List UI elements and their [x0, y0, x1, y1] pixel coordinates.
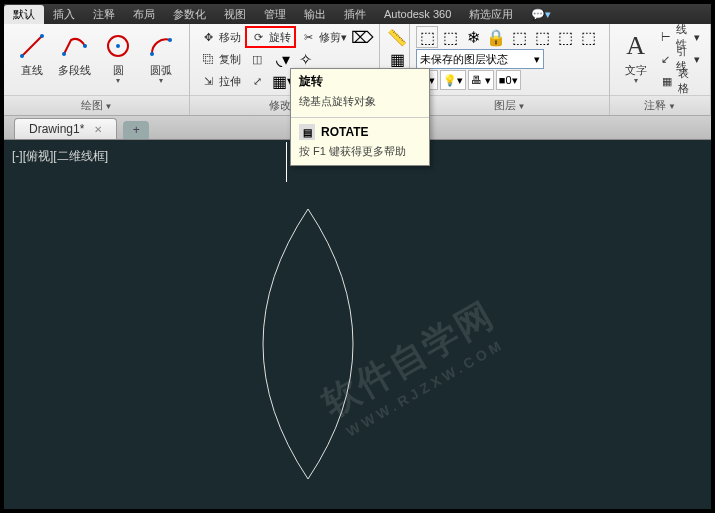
- tooltip-command: ▤ ROTATE: [291, 120, 429, 144]
- menu-tab-a360[interactable]: Autodesk 360: [375, 6, 460, 22]
- menu-tab-featured[interactable]: 精选应用: [460, 5, 522, 24]
- stretch-icon: ⇲: [200, 73, 216, 89]
- layer-freeze-button[interactable]: ❄: [462, 26, 484, 48]
- command-icon: ▤: [299, 124, 315, 140]
- copy-button[interactable]: ⿻复制: [196, 48, 245, 70]
- circle-icon: [102, 30, 134, 62]
- move-icon: ✥: [200, 29, 216, 45]
- layer-lock-button[interactable]: 🔒: [485, 26, 507, 48]
- rotate-icon: ⟳: [250, 29, 266, 45]
- layer-prev-button[interactable]: ⬚: [577, 26, 599, 48]
- layer-match-button[interactable]: ⬚: [554, 26, 576, 48]
- layer-off-button[interactable]: ⬚: [508, 26, 530, 48]
- arc-button[interactable]: 圆弧▾: [140, 26, 183, 92]
- arc-icon: [145, 30, 177, 62]
- svg-point-7: [150, 52, 154, 56]
- linear-icon: ⊢: [659, 29, 672, 45]
- layer-state-combo[interactable]: 未保存的图层状态▾: [416, 49, 544, 69]
- cursor-crosshair: [286, 142, 287, 182]
- drawing-content: [8, 144, 707, 505]
- circle-button[interactable]: 圆▾: [97, 26, 140, 92]
- fillet-icon: ◟: [276, 50, 282, 69]
- layer-iso-button[interactable]: ⬚: [439, 26, 461, 48]
- explode-icon: ✧: [299, 50, 312, 69]
- menu-tab-manage[interactable]: 管理: [255, 5, 295, 24]
- svg-line-0: [22, 36, 42, 56]
- panel-annotate-title[interactable]: 注释▼: [610, 95, 710, 115]
- menu-tab-layout[interactable]: 布局: [124, 5, 164, 24]
- svg-point-4: [83, 44, 87, 48]
- layer-plot-combo[interactable]: 🖶 ▾: [468, 70, 494, 90]
- menu-tab-plugins[interactable]: 插件: [335, 5, 375, 24]
- move-button[interactable]: ✥移动: [196, 26, 245, 48]
- group-button[interactable]: ▦: [386, 48, 408, 70]
- menu-tab-insert[interactable]: 插入: [44, 5, 84, 24]
- trim-icon: ✂: [300, 29, 316, 45]
- explode-button[interactable]: ✧: [294, 48, 316, 70]
- layer-light-combo[interactable]: 💡▾: [440, 70, 466, 90]
- text-icon: A: [620, 30, 652, 62]
- drawing-canvas[interactable]: [-][俯视][二维线框] 软件自学网 WWW.RJZXW.COM: [8, 144, 707, 505]
- text-button[interactable]: A 文字▾: [616, 26, 655, 92]
- svg-point-1: [20, 54, 24, 58]
- new-document-tab[interactable]: +: [123, 121, 149, 139]
- chevron-down-icon: ▾: [534, 53, 540, 66]
- tooltip-title: 旋转: [291, 69, 429, 94]
- document-tab[interactable]: Drawing1*✕: [14, 118, 117, 139]
- tooltip-help: 按 F1 键获得更多帮助: [291, 144, 429, 165]
- measure-button[interactable]: 📏: [386, 26, 408, 48]
- scale-icon: ⤢: [249, 73, 265, 89]
- scale-button[interactable]: ⤢: [245, 70, 272, 92]
- array-icon: ▦: [272, 72, 287, 91]
- erase-icon: ⌦: [351, 28, 374, 47]
- fillet-button[interactable]: ◟▾: [272, 48, 294, 70]
- panel-layers: ⬚ ⬚ ❄ 🔒 ⬚ ⬚ ⬚ ⬚ 未保存的图层状态▾ ● ▾ 💡▾ 🖶 ▾ ■ 0…: [410, 24, 610, 115]
- panel-layers-title[interactable]: 图层▼: [410, 95, 609, 115]
- rotate-tooltip: 旋转 绕基点旋转对象 ▤ ROTATE 按 F1 键获得更多帮助: [290, 68, 430, 166]
- mirror-button[interactable]: ◫: [245, 48, 272, 70]
- polyline-button[interactable]: 多段线: [53, 26, 96, 92]
- menu-tab-parametric[interactable]: 参数化: [164, 5, 215, 24]
- menu-tab-default[interactable]: 默认: [4, 5, 44, 24]
- table-button[interactable]: ▦表格: [655, 70, 704, 92]
- panel-annotate: A 文字▾ ⊢线性 ▾ ↙引线 ▾ ▦表格 注释▼: [610, 24, 711, 115]
- leader-icon: ↙: [659, 51, 672, 67]
- layer-name-combo[interactable]: ■ 0 ▾: [496, 70, 521, 90]
- line-button[interactable]: 直线: [10, 26, 53, 92]
- copy-icon: ⿻: [200, 51, 216, 67]
- menu-tab-output[interactable]: 输出: [295, 5, 335, 24]
- viewport-label[interactable]: [-][俯视][二维线框]: [12, 148, 108, 165]
- rotate-button[interactable]: ⟳旋转: [245, 26, 296, 48]
- stretch-button[interactable]: ⇲拉伸: [196, 70, 245, 92]
- svg-point-8: [168, 38, 172, 42]
- polyline-icon: [59, 30, 91, 62]
- layer-prop-button[interactable]: ⬚: [416, 26, 438, 48]
- mirror-icon: ◫: [249, 51, 265, 67]
- menu-tab-expand[interactable]: 💬▾: [522, 6, 560, 23]
- svg-point-3: [62, 52, 66, 56]
- tooltip-description: 绕基点旋转对象: [291, 94, 429, 115]
- svg-point-2: [40, 34, 44, 38]
- menu-tab-view[interactable]: 视图: [215, 5, 255, 24]
- erase-button[interactable]: ⌦: [351, 26, 373, 48]
- panel-draw-title[interactable]: 绘图▼: [4, 95, 189, 115]
- table-icon: ▦: [659, 73, 675, 89]
- trim-button[interactable]: ✂修剪 ▾: [296, 26, 351, 48]
- menu-tab-annotate[interactable]: 注释: [84, 5, 124, 24]
- menu-bar: 默认 插入 注释 布局 参数化 视图 管理 输出 插件 Autodesk 360…: [4, 4, 711, 24]
- close-icon[interactable]: ✕: [94, 124, 102, 135]
- layer-on-button[interactable]: ⬚: [531, 26, 553, 48]
- line-icon: [16, 30, 48, 62]
- panel-draw: 直线 多段线 圆▾ 圆弧▾ 绘图▼: [4, 24, 190, 115]
- svg-point-6: [116, 44, 120, 48]
